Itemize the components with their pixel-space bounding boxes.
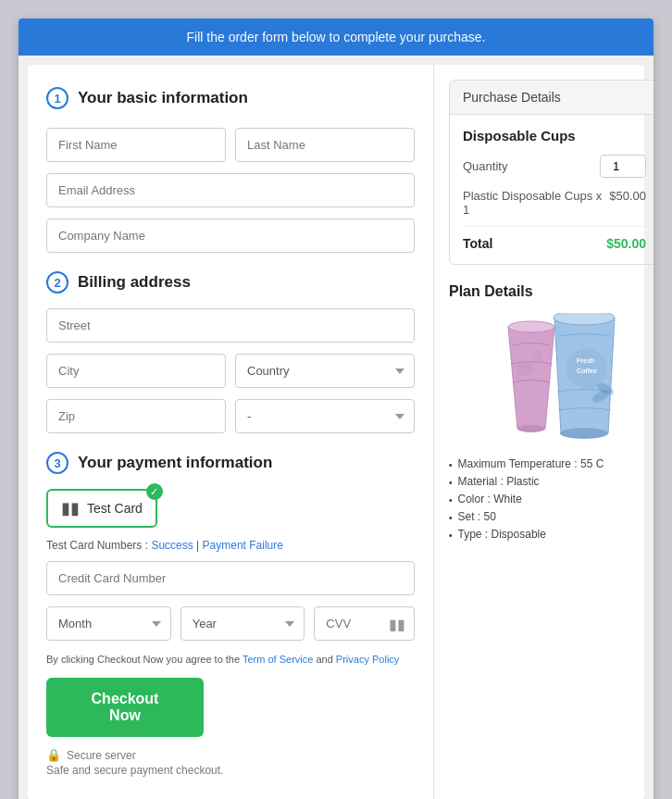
product-title: Disposable Cups <box>463 128 646 144</box>
top-banner: Fill the order form below to complete yo… <box>19 19 653 56</box>
card-back-icon: ▮▮ <box>389 615 405 632</box>
cups-svg: Fresh Coffee <box>471 313 638 443</box>
card-icon: ▮▮ <box>61 498 80 518</box>
svg-point-5 <box>560 428 608 439</box>
terms-text: By clicking Checkout Now you agree to th… <box>46 654 415 665</box>
total-label: Total <box>463 236 492 251</box>
svg-point-4 <box>554 313 615 325</box>
purchase-details-header: Purchase Details <box>450 81 653 115</box>
plan-features: •Maximum Temperature : 55 C•Material : P… <box>449 457 653 541</box>
zip-input[interactable] <box>46 399 226 433</box>
section3-heading: 3 Your payment information <box>46 452 415 474</box>
section2-heading: 2 Billing address <box>46 271 415 293</box>
country-select[interactable]: Country <box>235 354 415 388</box>
section3-title: Your payment information <box>78 454 272 472</box>
terms-link[interactable]: Term of Service <box>243 654 313 665</box>
section1-heading: 1 Your basic information <box>46 87 415 109</box>
success-link[interactable]: Success <box>151 539 193 552</box>
cvv-row: Month Year ▮▮ <box>46 606 415 641</box>
secure-server-line: 🔒 Secure server <box>46 748 415 762</box>
quantity-label: Quantity <box>463 159 507 173</box>
total-row: Total $50.00 <box>463 236 646 251</box>
state-select[interactable]: - <box>235 399 415 433</box>
main-container: Fill the order form below to complete yo… <box>19 19 653 799</box>
city-country-row: Country <box>46 354 415 388</box>
name-row <box>46 128 415 162</box>
quantity-input[interactable] <box>600 155 646 178</box>
plan-details: Plan Details <box>449 283 653 541</box>
plan-feature-item: •Type : Disposable <box>449 528 653 541</box>
secure-subtext-line: Safe and secure payment checkout. <box>46 764 415 777</box>
plan-feature-item: •Color : White <box>449 493 653 506</box>
total-value: $50.00 <box>606 236 646 251</box>
price-row: Plastic Disposable Cups x 1 $50.00 <box>463 189 646 227</box>
feature-text: Set : 50 <box>458 510 496 523</box>
bullet: • <box>449 531 453 541</box>
test-card-label: Test Card Numbers : <box>46 539 148 552</box>
street-input[interactable] <box>46 308 415 343</box>
bullet: • <box>449 513 453 523</box>
section1-number: 1 <box>46 87 68 109</box>
price-label: Plastic Disposable Cups x 1 <box>463 189 609 217</box>
checkout-label: Checkout Now <box>92 691 159 723</box>
failure-link[interactable]: Payment Failure <box>203 539 283 552</box>
email-row <box>46 173 415 207</box>
company-row <box>46 218 415 253</box>
zip-state-row: - <box>46 399 415 433</box>
secure-info: 🔒 Secure server Safe and secure payment … <box>46 748 415 777</box>
svg-point-2 <box>517 361 532 376</box>
plan-feature-item: •Material : Plastic <box>449 475 653 488</box>
svg-point-1 <box>517 425 545 432</box>
svg-point-0 <box>508 321 554 332</box>
privacy-link[interactable]: Privacy Policy <box>336 654 399 665</box>
feature-text: Type : Disposable <box>458 528 546 541</box>
section3-number: 3 <box>46 452 68 474</box>
right-panel: Purchase Details Disposable Cups Quantit… <box>434 65 653 799</box>
svg-text:Fresh: Fresh <box>577 357 594 364</box>
section2-title: Billing address <box>78 273 191 292</box>
test-card-separator: | <box>196 539 199 552</box>
year-select[interactable]: Year <box>180 606 305 641</box>
checkout-button[interactable]: Checkout Now <box>46 678 204 737</box>
feature-text: Color : White <box>458 493 522 506</box>
secure-server-text: Secure server <box>67 749 136 762</box>
lock-icon: 🔒 <box>46 748 61 762</box>
company-input[interactable] <box>46 218 415 253</box>
street-row <box>46 308 415 343</box>
plan-feature-item: •Maximum Temperature : 55 C <box>449 457 653 470</box>
secure-subtext: Safe and secure payment checkout. <box>46 764 223 777</box>
quantity-row: Quantity <box>463 155 646 178</box>
cvv-wrap: ▮▮ <box>314 606 415 641</box>
last-name-input[interactable] <box>235 128 415 162</box>
bullet: • <box>449 495 453 506</box>
purchase-details-box: Purchase Details Disposable Cups Quantit… <box>449 80 653 265</box>
section2-number: 2 <box>46 271 68 293</box>
card-option-label: Test Card <box>87 501 143 516</box>
cup-image-area: Fresh Coffee <box>449 313 653 443</box>
email-input[interactable] <box>46 173 415 207</box>
purchase-details-body: Disposable Cups Quantity Plastic Disposa… <box>450 115 653 264</box>
bullet: • <box>449 478 453 488</box>
left-panel: 1 Your basic information 2 Billing addre… <box>28 65 434 799</box>
test-card-info: Test Card Numbers : Success | Payment Fa… <box>46 539 415 552</box>
svg-text:Coffee: Coffee <box>577 368 597 374</box>
plan-details-title: Plan Details <box>449 283 653 300</box>
plan-feature-item: •Set : 50 <box>449 510 653 523</box>
banner-text: Fill the order form below to complete yo… <box>187 30 486 44</box>
test-card-option[interactable]: ▮▮ Test Card ✓ <box>46 489 157 528</box>
bullet: • <box>449 460 453 470</box>
terms-middle: and <box>313 654 335 665</box>
feature-text: Material : Plastic <box>458 475 540 488</box>
credit-card-input[interactable] <box>46 561 415 595</box>
section1-title: Your basic information <box>78 89 248 107</box>
cc-row <box>46 561 415 595</box>
content-area: 1 Your basic information 2 Billing addre… <box>28 65 644 799</box>
check-badge: ✓ <box>146 483 163 500</box>
feature-text: Maximum Temperature : 55 C <box>458 457 604 470</box>
price-value: $50.00 <box>609 189 646 217</box>
city-input[interactable] <box>46 354 226 388</box>
first-name-input[interactable] <box>46 128 226 162</box>
month-select[interactable]: Month <box>46 606 171 641</box>
terms-before: By clicking Checkout Now you agree to th… <box>46 654 243 665</box>
svg-point-3 <box>533 350 542 359</box>
